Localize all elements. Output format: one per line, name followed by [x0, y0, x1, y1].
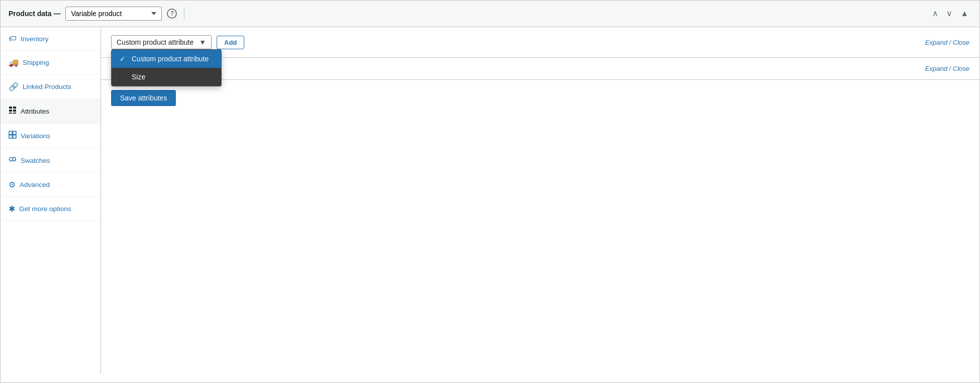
svg-rect-8 [9, 135, 13, 139]
collapse-down-button[interactable]: ∨ [943, 8, 955, 20]
attribute-type-select[interactable]: Custom product attribute ▼ [111, 35, 212, 49]
second-row: Expand / Close [101, 58, 979, 80]
sidebar-item-get-more-options[interactable]: ✱ Get more options [1, 197, 101, 221]
sidebar-label-get-more-options: Get more options [19, 205, 71, 213]
svg-rect-6 [9, 131, 13, 135]
panel-title: Product data — [9, 10, 60, 18]
main-content: Custom product attribute ▼ ✓ Custom prod… [101, 27, 979, 374]
chevron-down-icon: ▼ [199, 38, 206, 46]
collapse-up-button[interactable]: ∧ [929, 8, 941, 20]
sidebar-item-advanced[interactable]: ⚙ Advanced [1, 173, 101, 197]
sidebar-item-linked-products[interactable]: 🔗 Linked Products [1, 75, 101, 99]
svg-rect-0 [9, 107, 12, 109]
svg-point-10 [10, 158, 13, 161]
attributes-toolbar: Custom product attribute ▼ ✓ Custom prod… [101, 27, 979, 58]
header-actions: ∧ ∨ ▲ [929, 8, 971, 20]
sidebar-label-shipping: Shipping [23, 59, 49, 66]
product-data-panel: Product data — Simple productVariable pr… [0, 0, 980, 383]
svg-rect-7 [13, 131, 17, 135]
dropdown-item-custom[interactable]: ✓ Custom product attribute [112, 50, 221, 68]
header-divider [184, 8, 184, 20]
sidebar-item-attributes[interactable]: Attributes [1, 99, 101, 124]
sidebar-item-shipping[interactable]: 🚚 Shipping [1, 51, 101, 75]
svg-rect-3 [13, 110, 16, 112]
sidebar-label-variations: Variations [21, 132, 50, 140]
check-icon: ✓ [120, 55, 128, 63]
help-icon[interactable]: ? [167, 9, 177, 19]
variations-icon [9, 131, 17, 141]
star-icon: ✱ [9, 204, 15, 214]
sidebar-label-swatches: Swatches [21, 157, 50, 164]
gear-icon: ⚙ [9, 180, 16, 189]
svg-rect-5 [13, 113, 16, 114]
tag-icon: 🏷 [9, 34, 17, 43]
svg-rect-1 [13, 107, 16, 109]
sidebar-item-inventory[interactable]: 🏷 Inventory [1, 27, 101, 51]
panel-body: 🏷 Inventory 🚚 Shipping 🔗 Linked Products [1, 27, 979, 374]
dropdown-option-label-0: Custom product attribute [132, 55, 209, 63]
sidebar-label-inventory: Inventory [21, 35, 49, 43]
sidebar-label-linked-products: Linked Products [23, 83, 71, 90]
link-icon: 🔗 [9, 82, 19, 91]
dropdown-item-size[interactable]: Size [112, 68, 221, 86]
svg-rect-9 [13, 135, 17, 139]
dropdown-option-label-1: Size [132, 73, 145, 81]
sidebar: 🏷 Inventory 🚚 Shipping 🔗 Linked Products [1, 27, 101, 374]
selected-option-label: Custom product attribute [117, 38, 193, 46]
attribute-type-dropdown-wrapper: Custom product attribute ▼ ✓ Custom prod… [111, 35, 212, 49]
panel-header: Product data — Simple productVariable pr… [1, 1, 979, 27]
add-attribute-button[interactable]: Add [217, 36, 244, 49]
sidebar-label-advanced: Advanced [20, 181, 50, 188]
expand-close-link-2[interactable]: Expand / Close [925, 65, 969, 72]
collapse-button[interactable]: ▲ [957, 8, 971, 20]
truck-icon: 🚚 [9, 58, 19, 67]
sidebar-label-attributes: Attributes [21, 108, 49, 115]
sidebar-item-swatches[interactable]: Swatches [1, 148, 101, 173]
save-attributes-button[interactable]: Save attributes [111, 90, 176, 106]
attribute-type-dropdown-menu: ✓ Custom product attribute Size [111, 49, 222, 86]
svg-rect-2 [9, 110, 12, 112]
grid-icon [9, 106, 17, 116]
swatches-icon [9, 155, 17, 165]
svg-rect-4 [9, 113, 12, 114]
product-type-select[interactable]: Simple productVariable productGrouped pr… [65, 7, 162, 21]
sidebar-item-variations[interactable]: Variations [1, 124, 101, 148]
expand-close-link-1[interactable]: Expand / Close [925, 39, 969, 46]
